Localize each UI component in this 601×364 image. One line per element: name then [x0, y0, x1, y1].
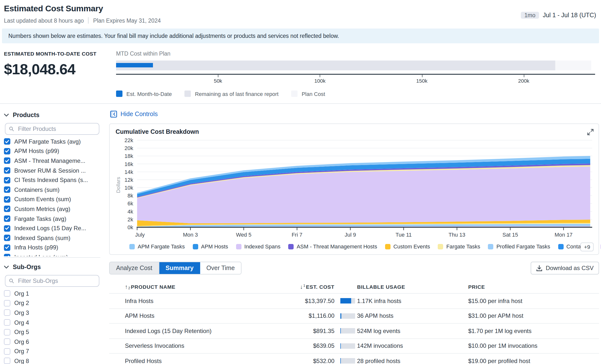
checkbox-unchecked[interactable]	[4, 348, 10, 355]
download-csv-label: Download as CSV	[546, 265, 594, 272]
column-header-product-name[interactable]: ↑2PRODUCT NAME	[109, 284, 272, 289]
chart-legend-item[interactable]: Profiled Fargate Tasks	[488, 243, 550, 249]
estimated-cost-summary-page: Estimated Cost Summary Last updated abou…	[0, 0, 601, 364]
product-item[interactable]: Fargate Tasks (avg)	[4, 214, 100, 224]
product-item[interactable]: APM Hosts (p99)	[4, 146, 100, 156]
column-header-billable-usage[interactable]: BILLABLE USAGE	[357, 284, 468, 289]
chart-legend-item[interactable]: APM Fargate Tasks	[129, 243, 185, 249]
cumulative-cost-chart[interactable]: 0k2k4k6k8k10k12k14k16k18k20k22kJulyMon 3…	[115, 137, 597, 242]
last-updated-text: Last updated about 8 hours ago	[4, 17, 84, 23]
product-label: APM Fargate Tasks (avg)	[14, 138, 81, 145]
products-filter[interactable]	[5, 123, 99, 135]
checkbox-unchecked[interactable]	[4, 310, 10, 316]
suborg-label: Org 2	[14, 300, 29, 307]
checkbox-checked[interactable]	[4, 148, 10, 154]
chart-legend-item[interactable]: Indexed Spans	[236, 243, 281, 249]
product-label: Custom Metrics (avg)	[14, 206, 70, 212]
chart-legend-item[interactable]: ASM - Threat Management Hosts	[288, 243, 377, 249]
checkbox-checked[interactable]	[4, 235, 10, 241]
tab-summary[interactable]: Summary	[159, 262, 200, 274]
expand-icon[interactable]	[587, 128, 594, 137]
suborgs-filter-input[interactable]	[17, 277, 95, 285]
checkbox-checked[interactable]	[4, 177, 10, 183]
suborgs-filter[interactable]	[5, 275, 99, 287]
checkbox-checked[interactable]	[4, 138, 10, 145]
y-tick-label: 14k	[124, 169, 133, 175]
products-title: Products	[13, 112, 39, 119]
tab-over-time[interactable]: Over Time	[200, 262, 241, 274]
product-item[interactable]: ASM - Threat Manageme...	[4, 156, 100, 166]
checkbox-unchecked[interactable]	[4, 358, 10, 364]
collapse-panel-icon	[110, 111, 117, 118]
mtd-bar-title: MTD Cost within Plan	[116, 51, 595, 57]
column-header-est-cost[interactable]: ↓1EST. COST	[272, 284, 334, 289]
suborg-item[interactable]: Org 1	[4, 289, 100, 298]
plan-expires-text: Plan Expires May 31, 2024	[93, 17, 161, 23]
sidebar-divider	[4, 257, 100, 258]
checkbox-checked[interactable]	[4, 158, 10, 164]
products-filter-input[interactable]	[17, 125, 95, 133]
products-section-header[interactable]: Products	[4, 112, 100, 119]
product-name-cell: APM Hosts	[109, 313, 272, 319]
checkbox-checked[interactable]	[4, 244, 10, 251]
product-item[interactable]: Infra Hosts (p99)	[4, 243, 100, 252]
download-csv-button[interactable]: Download as CSV	[530, 262, 599, 274]
checkbox-checked[interactable]	[4, 206, 10, 212]
hide-controls-button[interactable]: Hide Controls	[110, 111, 599, 118]
suborgs-section-header[interactable]: Sub-Orgs	[4, 264, 100, 271]
legend-label: ASM - Threat Management Hosts	[297, 243, 377, 249]
table-row[interactable]: Profiled Hosts$532.0028 profiled hosts$1…	[109, 354, 599, 364]
product-item[interactable]: Custom Events (sum)	[4, 195, 100, 204]
suborg-item[interactable]: Org 3	[4, 308, 100, 318]
checkbox-unchecked[interactable]	[4, 319, 10, 326]
product-item[interactable]: Browser RUM & Session ...	[4, 166, 100, 175]
legend-overflow-badge[interactable]: +9	[581, 243, 594, 251]
chart-legend-item[interactable]: Custom Events	[385, 243, 430, 249]
chart-legend-item[interactable]: Fargate Tasks	[438, 243, 480, 249]
product-item[interactable]: Indexed Logs (15 Day Re...	[4, 224, 100, 233]
checkbox-checked[interactable]	[4, 215, 10, 222]
product-item[interactable]: APM Fargate Tasks (avg)	[4, 137, 100, 146]
time-range-text[interactable]: Jul 1 - Jul 18 (UTC)	[543, 12, 596, 19]
suborg-item[interactable]: Org 7	[4, 347, 100, 356]
table-row[interactable]: Infra Hosts$13,397.501.17K infra hosts$1…	[109, 294, 599, 309]
checkbox-unchecked[interactable]	[4, 339, 10, 345]
checkbox-checked[interactable]	[4, 167, 10, 174]
checkbox-checked[interactable]	[4, 187, 10, 193]
checkbox-unchecked[interactable]	[4, 290, 10, 297]
table-row[interactable]: Indexed Logs (15 Day Retention)$891.3552…	[109, 324, 599, 339]
suborg-item[interactable]: Org 6	[4, 337, 100, 347]
page-title: Estimated Cost Summary	[4, 4, 596, 14]
time-range-badge[interactable]: 1mo	[521, 12, 539, 19]
sort-icon[interactable]: ↑2	[125, 284, 128, 289]
sort-icon[interactable]: ↓1	[300, 284, 303, 289]
legend-swatch	[193, 244, 198, 249]
suborg-item[interactable]: Org 4	[4, 318, 100, 327]
cost-mini-bar-fill	[340, 328, 341, 334]
column-header-price[interactable]: PRICE	[468, 284, 599, 289]
table-row[interactable]: APM Hosts$1,116.0036 APM hosts$31.00 per…	[109, 309, 599, 324]
suborg-item[interactable]: Org 5	[4, 327, 100, 337]
product-label: APM Hosts (p99)	[14, 148, 59, 155]
checkbox-checked[interactable]	[4, 225, 10, 231]
checkbox-unchecked[interactable]	[4, 329, 10, 335]
remaining-segment	[116, 61, 555, 70]
suborg-item[interactable]: Org 2	[4, 298, 100, 308]
y-axis-title: Dollars	[115, 177, 121, 193]
product-item[interactable]: Ingested Logs (sum)	[4, 252, 100, 256]
suborg-item[interactable]: Org 8	[4, 356, 100, 364]
product-item[interactable]: Custom Metrics (avg)	[4, 204, 100, 214]
mtd-bar-axis: 50k100k150k200k	[116, 74, 595, 84]
x-tick-label: Tue 11	[396, 232, 412, 238]
tab-analyze-cost[interactable]: Analyze Cost	[110, 262, 159, 274]
checkbox-checked[interactable]	[4, 196, 10, 203]
table-row[interactable]: Serverless Invocations$639.05142M invoca…	[109, 339, 599, 354]
chart-legend-item[interactable]: APM Hosts	[193, 243, 228, 249]
suborg-label: Org 3	[14, 309, 29, 316]
product-item[interactable]: Indexed Spans (sum)	[4, 233, 100, 243]
product-label: Ingested Logs (sum)	[14, 254, 68, 256]
checkbox-unchecked[interactable]	[4, 300, 10, 306]
checkbox-checked[interactable]	[4, 254, 10, 256]
product-item[interactable]: CI Tests Indexed Spans (s...	[4, 175, 100, 185]
product-item[interactable]: Containers (sum)	[4, 185, 100, 195]
